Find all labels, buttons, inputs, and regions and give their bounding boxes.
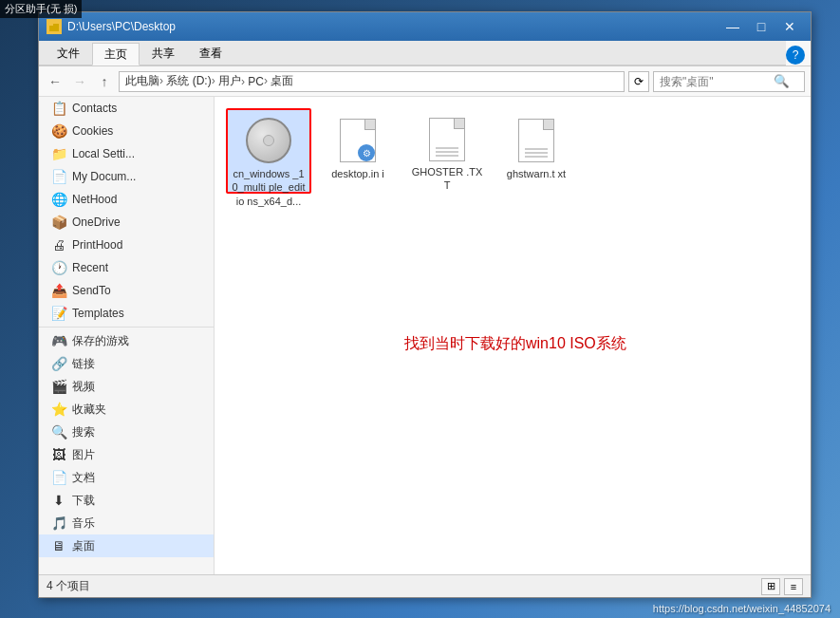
close-button[interactable]: ✕ bbox=[776, 17, 803, 36]
iso-file-name: cn_windows _10_multi ple_editio ns_x64_d… bbox=[232, 167, 306, 208]
sidebar-item-cookies[interactable]: 🍪 Cookies bbox=[39, 120, 214, 142]
cookies-icon: 🍪 bbox=[50, 122, 67, 140]
music-icon: 🎵 bbox=[50, 515, 67, 532]
sidebar-item-templates[interactable]: 📝 Templates bbox=[39, 302, 214, 325]
forward-button[interactable]: → bbox=[69, 71, 90, 92]
favorites-icon: ⭐ bbox=[50, 401, 67, 418]
file-item-ghstwarn[interactable]: ghstwarn.t xt bbox=[494, 108, 579, 194]
sidebar-label-links: 链接 bbox=[72, 356, 95, 372]
documents-icon: 📄 bbox=[50, 469, 67, 486]
files-grid: cn_windows _10_multi ple_editio ns_x64_d… bbox=[222, 104, 803, 197]
file-explorer-window: D:\Users\PC\Desktop — □ ✕ 文件 主页 共享 查看 ? … bbox=[38, 11, 812, 598]
sidebar-item-videos[interactable]: 🎬 视频 bbox=[39, 375, 214, 398]
status-bar: 4 个项目 ⊞ ≡ bbox=[39, 574, 811, 597]
tab-view[interactable]: 查看 bbox=[187, 42, 234, 65]
sidebar-item-recent[interactable]: 🕐 Recent bbox=[39, 256, 214, 279]
sidebar-label-local-settings: Local Setti... bbox=[72, 147, 135, 160]
sidebar-item-contacts[interactable]: 📋 Contacts bbox=[39, 97, 214, 120]
videos-icon: 🎬 bbox=[50, 378, 67, 395]
sidebar-item-downloads[interactable]: ⬇ 下载 bbox=[39, 489, 214, 512]
sidebar-item-printhood[interactable]: 🖨 PrintHood bbox=[39, 234, 214, 256]
sidebar-item-pictures[interactable]: 🖼 图片 bbox=[39, 443, 214, 466]
sidebar-item-local-settings[interactable]: 📁 Local Setti... bbox=[39, 142, 214, 165]
sidebar-label-search: 搜索 bbox=[72, 424, 95, 440]
sidebar-label-saved-games: 保存的游戏 bbox=[72, 333, 129, 349]
address-path[interactable]: 此电脑 系统 (D:) 用户 PC 桌面 bbox=[119, 71, 625, 92]
desktop-icon: 🖥 bbox=[50, 537, 67, 554]
crumb-user: PC bbox=[241, 75, 264, 88]
sidebar-label-favorites: 收藏夹 bbox=[72, 402, 106, 418]
sidebar-item-saved-games[interactable]: 🎮 保存的游戏 bbox=[39, 329, 214, 352]
sidebar-item-links[interactable]: 🔗 链接 bbox=[39, 352, 214, 375]
my-documents-icon: 📄 bbox=[50, 168, 67, 185]
crumb-drive: 系统 (D:) bbox=[159, 73, 212, 89]
sidebar-item-onedrive[interactable]: 📦 OneDrive bbox=[39, 211, 214, 234]
ghoster-file-name: GHOSTER .TXT bbox=[410, 165, 484, 193]
gear-overlay-icon: ⚙ bbox=[358, 144, 375, 161]
back-button[interactable]: ← bbox=[45, 71, 65, 92]
sidebar-label-documents: 文档 bbox=[72, 470, 95, 486]
window-title: D:\Users\PC\Desktop bbox=[67, 20, 719, 33]
maximize-button[interactable]: □ bbox=[748, 17, 775, 36]
sidebar-item-desktop[interactable]: 🖥 桌面 bbox=[39, 534, 214, 557]
sidebar-label-pictures: 图片 bbox=[72, 447, 95, 463]
printhood-icon: 🖨 bbox=[50, 236, 67, 253]
refresh-button[interactable]: ⟳ bbox=[628, 71, 649, 92]
file-item-iso[interactable]: cn_windows _10_multi ple_editio ns_x64_d… bbox=[226, 108, 311, 194]
ini-file-name: desktop.in i bbox=[331, 167, 384, 180]
sidebar-label-templates: Templates bbox=[72, 307, 124, 320]
nethood-icon: 🌐 bbox=[50, 191, 67, 208]
crumb-users: 用户 bbox=[212, 73, 241, 89]
sidebar-label-onedrive: OneDrive bbox=[72, 215, 121, 229]
saved-games-icon: 🎮 bbox=[50, 332, 67, 349]
sidebar-item-favorites[interactable]: ⭐ 收藏夹 bbox=[39, 398, 214, 421]
grid-view-button[interactable]: ⊞ bbox=[761, 578, 780, 595]
tab-file[interactable]: 文件 bbox=[45, 42, 92, 65]
sidebar-label-desktop: 桌面 bbox=[72, 538, 95, 554]
ghoster-file-icon bbox=[424, 118, 470, 161]
file-item-ghoster[interactable]: GHOSTER .TXT bbox=[404, 108, 490, 194]
ghstwarn-file-icon bbox=[513, 118, 559, 163]
file-item-desktop-ini[interactable]: ⚙ desktop.in i bbox=[315, 108, 401, 194]
up-button[interactable]: ↑ bbox=[94, 71, 115, 92]
search-box[interactable]: 🔍 bbox=[653, 71, 805, 92]
links-icon: 🔗 bbox=[50, 355, 67, 372]
local-settings-icon: 📁 bbox=[50, 145, 67, 162]
sidebar-item-search[interactable]: 🔍 搜索 bbox=[39, 421, 214, 443]
search-icon-button[interactable]: 🔍 bbox=[774, 74, 790, 88]
sidebar: 📋 Contacts 🍪 Cookies 📁 Local Setti... 📄 … bbox=[39, 97, 215, 574]
svg-rect-2 bbox=[47, 23, 53, 26]
onedrive-icon: 📦 bbox=[50, 214, 67, 231]
iso-file-icon bbox=[246, 118, 291, 163]
sidebar-label-cookies: Cookies bbox=[72, 124, 113, 138]
watermark: https://blog.csdn.net/weixin_44852074 bbox=[653, 603, 831, 614]
list-view-button[interactable]: ≡ bbox=[784, 578, 803, 595]
ribbon: 文件 主页 共享 查看 ? bbox=[39, 41, 811, 66]
crumb-pc: 此电脑 bbox=[125, 73, 159, 89]
tab-home[interactable]: 主页 bbox=[92, 43, 140, 66]
crumb-desktop: 桌面 bbox=[264, 73, 293, 89]
sidebar-label-downloads: 下载 bbox=[72, 493, 95, 509]
ghstwarn-file-name: ghstwarn.t xt bbox=[507, 167, 566, 180]
ribbon-tabs-row: 文件 主页 共享 查看 ? bbox=[39, 41, 811, 66]
sidebar-label-videos: 视频 bbox=[72, 379, 95, 395]
taskbar-hint: 分区助手(无 损) bbox=[0, 0, 82, 18]
tab-share[interactable]: 共享 bbox=[140, 42, 187, 65]
sidebar-item-my-documents[interactable]: 📄 My Docum... bbox=[39, 165, 214, 188]
sidebar-divider-1 bbox=[39, 327, 214, 328]
content-area: 📋 Contacts 🍪 Cookies 📁 Local Setti... 📄 … bbox=[39, 97, 811, 574]
minimize-button[interactable]: — bbox=[719, 17, 746, 36]
sidebar-item-sendto[interactable]: 📤 SendTo bbox=[39, 279, 214, 302]
window-icon bbox=[47, 19, 62, 34]
search-input[interactable] bbox=[660, 75, 774, 88]
sidebar-label-my-documents: My Docum... bbox=[72, 170, 136, 183]
sidebar-label-nethood: NetHood bbox=[72, 193, 117, 206]
help-button[interactable]: ? bbox=[786, 46, 805, 65]
sidebar-item-nethood[interactable]: 🌐 NetHood bbox=[39, 188, 214, 211]
title-bar: D:\Users\PC\Desktop — □ ✕ bbox=[39, 12, 811, 41]
sidebar-item-documents[interactable]: 📄 文档 bbox=[39, 466, 214, 489]
window-controls: — □ ✕ bbox=[719, 17, 803, 36]
file-area: cn_windows _10_multi ple_editio ns_x64_d… bbox=[215, 97, 811, 574]
annotation-text: 找到当时下载好的win10 ISO系统 bbox=[404, 334, 626, 354]
sidebar-item-music[interactable]: 🎵 音乐 bbox=[39, 512, 214, 534]
